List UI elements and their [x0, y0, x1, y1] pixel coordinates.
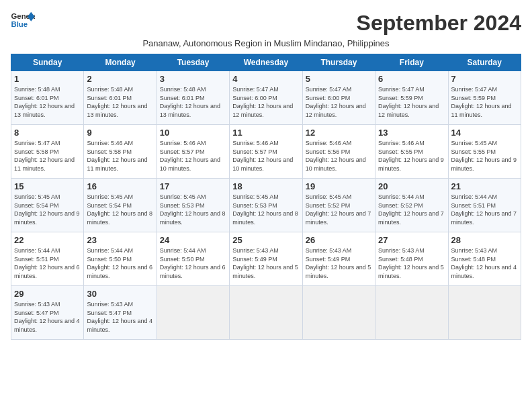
day-number: 5: [306, 74, 372, 84]
logo: General Blue: [11, 11, 35, 30]
svg-text:Blue: Blue: [11, 20, 28, 28]
calendar-header-row: Sunday Monday Tuesday Wednesday Thursday…: [11, 54, 521, 71]
day-info: Sunrise: 5:45 AM Sunset: 5:53 PM Dayligh…: [232, 193, 299, 226]
day-info: Sunrise: 5:47 AM Sunset: 5:59 PM Dayligh…: [378, 85, 445, 119]
day-info: Sunrise: 5:44 AM Sunset: 5:51 PM Dayligh…: [14, 246, 81, 280]
logo-icon: General Blue: [11, 11, 35, 30]
calendar-cell: 1Sunrise: 5:48 AM Sunset: 6:01 PM Daylig…: [11, 71, 84, 125]
month-title: September 2024: [357, 11, 521, 36]
calendar-cell: 7Sunrise: 5:47 AM Sunset: 5:59 PM Daylig…: [448, 71, 521, 125]
calendar-cell: 30Sunrise: 5:43 AM Sunset: 5:47 PM Dayli…: [84, 286, 157, 340]
calendar-cell: 11Sunrise: 5:46 AM Sunset: 5:57 PM Dayli…: [230, 125, 302, 179]
calendar-cell: [375, 286, 448, 340]
calendar-cell: 8Sunrise: 5:47 AM Sunset: 5:58 PM Daylig…: [11, 125, 84, 179]
day-number: 11: [232, 128, 299, 138]
day-info: Sunrise: 5:44 AM Sunset: 5:50 PM Dayligh…: [160, 246, 226, 280]
day-number: 8: [14, 128, 81, 138]
day-number: 6: [378, 74, 445, 84]
calendar-cell: 13Sunrise: 5:46 AM Sunset: 5:55 PM Dayli…: [375, 125, 448, 179]
day-info: Sunrise: 5:44 AM Sunset: 5:52 PM Dayligh…: [378, 193, 445, 226]
calendar-cell: 22Sunrise: 5:44 AM Sunset: 5:51 PM Dayli…: [11, 232, 84, 286]
day-info: Sunrise: 5:45 AM Sunset: 5:54 PM Dayligh…: [87, 193, 153, 226]
col-saturday: Saturday: [448, 54, 521, 71]
day-number: 12: [306, 128, 372, 138]
day-info: Sunrise: 5:43 AM Sunset: 5:49 PM Dayligh…: [306, 246, 372, 280]
calendar-cell: 9Sunrise: 5:46 AM Sunset: 5:58 PM Daylig…: [84, 125, 157, 179]
calendar-cell: 28Sunrise: 5:43 AM Sunset: 5:48 PM Dayli…: [448, 232, 521, 286]
calendar-cell: 6Sunrise: 5:47 AM Sunset: 5:59 PM Daylig…: [375, 71, 448, 125]
day-number: 10: [160, 128, 226, 138]
calendar-cell: 16Sunrise: 5:45 AM Sunset: 5:54 PM Dayli…: [84, 179, 157, 232]
day-number: 15: [14, 181, 81, 191]
day-number: 18: [232, 181, 299, 191]
day-info: Sunrise: 5:45 AM Sunset: 5:55 PM Dayligh…: [451, 139, 518, 173]
day-info: Sunrise: 5:43 AM Sunset: 5:48 PM Dayligh…: [378, 246, 445, 280]
calendar-cell: 18Sunrise: 5:45 AM Sunset: 5:53 PM Dayli…: [230, 179, 302, 232]
calendar-cell: 3Sunrise: 5:48 AM Sunset: 6:01 PM Daylig…: [157, 71, 229, 125]
day-info: Sunrise: 5:46 AM Sunset: 5:55 PM Dayligh…: [378, 139, 445, 173]
col-sunday: Sunday: [11, 54, 84, 71]
day-number: 21: [451, 181, 518, 191]
calendar-body: 1Sunrise: 5:48 AM Sunset: 6:01 PM Daylig…: [11, 71, 521, 340]
calendar-cell: 25Sunrise: 5:43 AM Sunset: 5:49 PM Dayli…: [230, 232, 302, 286]
calendar-cell: 12Sunrise: 5:46 AM Sunset: 5:56 PM Dayli…: [302, 125, 375, 179]
calendar-row: 1Sunrise: 5:48 AM Sunset: 6:01 PM Daylig…: [11, 71, 521, 125]
calendar-cell: [448, 286, 521, 340]
day-info: Sunrise: 5:43 AM Sunset: 5:49 PM Dayligh…: [232, 246, 299, 280]
col-friday: Friday: [375, 54, 448, 71]
day-number: 7: [451, 74, 518, 84]
calendar-cell: [230, 286, 302, 340]
calendar-cell: 27Sunrise: 5:43 AM Sunset: 5:48 PM Dayli…: [375, 232, 448, 286]
day-info: Sunrise: 5:46 AM Sunset: 5:57 PM Dayligh…: [232, 139, 299, 173]
day-info: Sunrise: 5:43 AM Sunset: 5:47 PM Dayligh…: [87, 300, 153, 334]
day-info: Sunrise: 5:47 AM Sunset: 5:58 PM Dayligh…: [14, 139, 81, 173]
calendar-cell: [302, 286, 375, 340]
day-number: 23: [87, 235, 153, 245]
calendar-cell: 15Sunrise: 5:45 AM Sunset: 5:54 PM Dayli…: [11, 179, 84, 232]
day-number: 29: [14, 289, 81, 299]
day-number: 16: [87, 181, 153, 191]
day-number: 27: [378, 235, 445, 245]
calendar-table: Sunday Monday Tuesday Wednesday Thursday…: [11, 54, 521, 340]
calendar-cell: 19Sunrise: 5:45 AM Sunset: 5:52 PM Dayli…: [302, 179, 375, 232]
calendar-cell: 4Sunrise: 5:47 AM Sunset: 6:00 PM Daylig…: [230, 71, 302, 125]
day-info: Sunrise: 5:45 AM Sunset: 5:54 PM Dayligh…: [14, 193, 81, 226]
col-thursday: Thursday: [302, 54, 375, 71]
day-info: Sunrise: 5:46 AM Sunset: 5:57 PM Dayligh…: [160, 139, 226, 173]
day-number: 25: [232, 235, 299, 245]
day-number: 26: [306, 235, 372, 245]
calendar-cell: 23Sunrise: 5:44 AM Sunset: 5:50 PM Dayli…: [84, 232, 157, 286]
day-info: Sunrise: 5:48 AM Sunset: 6:01 PM Dayligh…: [160, 85, 226, 119]
calendar-cell: 29Sunrise: 5:43 AM Sunset: 5:47 PM Dayli…: [11, 286, 84, 340]
calendar-cell: 14Sunrise: 5:45 AM Sunset: 5:55 PM Dayli…: [448, 125, 521, 179]
calendar-cell: 24Sunrise: 5:44 AM Sunset: 5:50 PM Dayli…: [157, 232, 229, 286]
day-number: 2: [87, 74, 153, 84]
day-info: Sunrise: 5:48 AM Sunset: 6:01 PM Dayligh…: [14, 85, 81, 119]
day-number: 22: [14, 235, 81, 245]
day-info: Sunrise: 5:47 AM Sunset: 6:00 PM Dayligh…: [232, 85, 299, 119]
day-number: 9: [87, 128, 153, 138]
day-info: Sunrise: 5:44 AM Sunset: 5:50 PM Dayligh…: [87, 246, 153, 280]
day-number: 13: [378, 128, 445, 138]
day-number: 14: [451, 128, 518, 138]
day-info: Sunrise: 5:44 AM Sunset: 5:51 PM Dayligh…: [451, 193, 518, 226]
day-number: 20: [378, 181, 445, 191]
day-number: 17: [160, 181, 226, 191]
col-tuesday: Tuesday: [157, 54, 229, 71]
day-info: Sunrise: 5:43 AM Sunset: 5:47 PM Dayligh…: [14, 300, 81, 334]
day-info: Sunrise: 5:46 AM Sunset: 5:56 PM Dayligh…: [306, 139, 372, 173]
day-info: Sunrise: 5:47 AM Sunset: 5:59 PM Dayligh…: [451, 85, 518, 119]
day-number: 30: [87, 289, 153, 299]
day-number: 19: [306, 181, 372, 191]
calendar-cell: 2Sunrise: 5:48 AM Sunset: 6:01 PM Daylig…: [84, 71, 157, 125]
calendar-row: 15Sunrise: 5:45 AM Sunset: 5:54 PM Dayli…: [11, 179, 521, 232]
day-number: 1: [14, 74, 81, 84]
calendar-cell: 5Sunrise: 5:47 AM Sunset: 6:00 PM Daylig…: [302, 71, 375, 125]
day-number: 3: [160, 74, 226, 84]
subtitle: Pananaw, Autonomous Region in Muslim Min…: [11, 38, 521, 48]
calendar-cell: 20Sunrise: 5:44 AM Sunset: 5:52 PM Dayli…: [375, 179, 448, 232]
day-info: Sunrise: 5:48 AM Sunset: 6:01 PM Dayligh…: [87, 85, 153, 119]
calendar-row: 29Sunrise: 5:43 AM Sunset: 5:47 PM Dayli…: [11, 286, 521, 340]
day-info: Sunrise: 5:46 AM Sunset: 5:58 PM Dayligh…: [87, 139, 153, 173]
day-info: Sunrise: 5:43 AM Sunset: 5:48 PM Dayligh…: [451, 246, 518, 280]
